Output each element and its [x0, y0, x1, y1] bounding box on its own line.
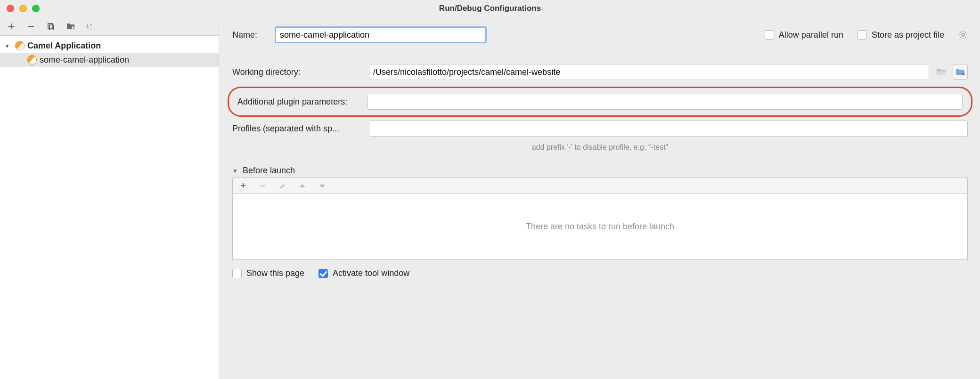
- minimize-window-button[interactable]: [19, 5, 27, 12]
- edit-task-button[interactable]: [278, 181, 287, 191]
- add-config-button[interactable]: [7, 22, 16, 31]
- window-title: Run/Debug Configurations: [0, 4, 980, 13]
- working-directory-label: Working directory:: [232, 67, 369, 77]
- bottom-options: Show this page Activate tool window: [232, 268, 968, 278]
- field-grid: Working directory: Additional plugin par…: [232, 64, 968, 278]
- chevron-down-icon: ▾: [6, 42, 12, 49]
- svg-rect-2: [49, 25, 54, 30]
- tree-group-camel[interactable]: ▾ Camel Application: [0, 39, 219, 53]
- traffic-lights: [0, 5, 40, 12]
- plugin-params-label: Additional plugin parameters:: [231, 97, 368, 107]
- copy-config-button[interactable]: [46, 22, 56, 31]
- configurations-toolbar: az: [0, 17, 219, 36]
- folder-open-icon[interactable]: [934, 65, 949, 80]
- save-template-button[interactable]: [66, 22, 75, 31]
- name-input[interactable]: [275, 26, 487, 43]
- tree-group-label: Camel Application: [27, 41, 101, 51]
- before-launch-empty: There are no tasks to run before launch: [232, 194, 968, 260]
- svg-rect-6: [962, 73, 964, 75]
- sort-alpha-button[interactable]: az: [86, 22, 95, 31]
- highlighted-plugin-params: Additional plugin parameters:: [228, 87, 972, 117]
- remove-task-button[interactable]: [258, 181, 268, 191]
- tree-item-some-camel-application[interactable]: some-camel-application: [0, 53, 219, 67]
- activate-tool-window-checkbox[interactable]: Activate tool window: [318, 268, 409, 278]
- before-launch-title: Before launch: [243, 166, 295, 176]
- move-up-button[interactable]: [298, 181, 307, 191]
- profiles-row: Profiles (separated with sp...: [232, 121, 968, 137]
- store-project-checkbox[interactable]: Store as project file: [858, 30, 944, 40]
- before-launch-header[interactable]: ▼ Before launch: [232, 164, 968, 178]
- configurations-tree[interactable]: ▾ Camel Application some-camel-applicati…: [0, 36, 219, 379]
- before-launch-section: ▼ Before launch: [232, 164, 968, 260]
- before-launch-toolbar: [232, 178, 968, 194]
- folder-picker-button[interactable]: [953, 65, 968, 80]
- config-form: Name: Allow parallel run Store as projec…: [219, 17, 980, 379]
- camel-icon: [27, 55, 37, 65]
- svg-rect-0: [28, 26, 34, 27]
- svg-rect-1: [48, 24, 52, 29]
- maximize-window-button[interactable]: [32, 5, 40, 12]
- add-task-button[interactable]: [238, 181, 248, 191]
- show-this-page-label: Show this page: [246, 268, 304, 278]
- gear-icon[interactable]: [958, 30, 968, 40]
- profiles-label: Profiles (separated with sp...: [232, 124, 369, 134]
- content: az ▾ Camel Application some-camel-applic…: [0, 17, 980, 379]
- svg-text:z: z: [90, 26, 92, 31]
- svg-point-5: [962, 33, 964, 36]
- store-project-label: Store as project file: [872, 30, 944, 40]
- plugin-params-input[interactable]: [368, 94, 963, 110]
- titlebar: Run/Debug Configurations: [0, 0, 980, 17]
- window: Run/Debug Configurations az: [0, 0, 980, 379]
- move-down-button[interactable]: [318, 181, 327, 191]
- camel-icon: [15, 41, 24, 50]
- activate-tool-window-label: Activate tool window: [333, 268, 409, 278]
- working-directory-row: Working directory:: [232, 64, 968, 80]
- remove-config-button[interactable]: [26, 22, 36, 31]
- configurations-panel: az ▾ Camel Application some-camel-applic…: [0, 17, 219, 379]
- tree-item-label: some-camel-application: [40, 55, 129, 65]
- profiles-hint: add prefix '-' to disable profile, e.g. …: [232, 143, 968, 152]
- close-window-button[interactable]: [7, 5, 14, 12]
- show-this-page-checkbox[interactable]: Show this page: [232, 268, 304, 278]
- allow-parallel-checkbox[interactable]: Allow parallel run: [765, 30, 843, 40]
- before-launch-empty-text: There are no tasks to run before launch: [526, 222, 674, 232]
- name-row: Name: Allow parallel run Store as projec…: [232, 26, 968, 43]
- profiles-input[interactable]: [369, 121, 968, 137]
- allow-parallel-label: Allow parallel run: [779, 30, 843, 40]
- working-directory-input[interactable]: [369, 64, 929, 80]
- name-label: Name:: [232, 30, 275, 40]
- chevron-down-icon: ▼: [232, 168, 238, 174]
- plugin-params-row: Additional plugin parameters:: [231, 94, 963, 110]
- svg-rect-7: [261, 185, 265, 186]
